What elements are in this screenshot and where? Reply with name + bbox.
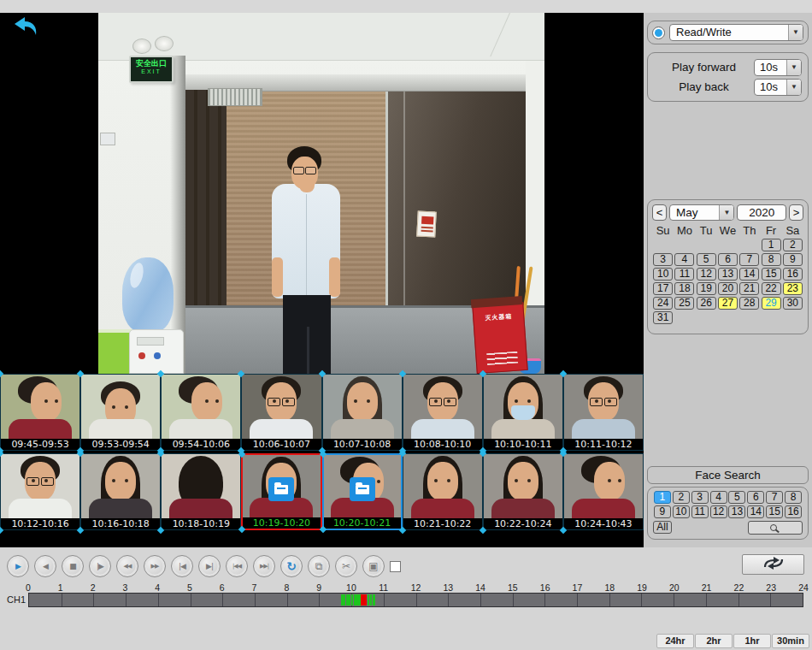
face-thumbnail[interactable]: 09:45-09:53 [0,374,80,451]
face-thumbnail[interactable]: 10:18-10:19 [161,453,241,530]
timeline-zoom-button[interactable]: 1hr [733,634,771,648]
calendar-day[interactable]: 26 [697,297,716,310]
transport-checkbox[interactable] [390,561,401,572]
cut-button[interactable]: ✂ [335,555,357,577]
face-thumbnail[interactable]: 09:54-10:06 [161,374,241,451]
face-search-page-button[interactable]: 9 [654,505,671,518]
face-search-page-button[interactable]: 5 [728,491,745,504]
face-thumbnail[interactable]: 10:22-10:24 [483,453,563,530]
face-thumbnail[interactable]: 10:12-10:16 [0,453,80,530]
face-thumbnail[interactable]: 10:11-10:12 [563,374,644,451]
timeline-bar[interactable] [28,593,803,607]
calendar-day[interactable]: 14 [739,268,759,281]
calendar-day[interactable]: 24 [653,297,673,310]
face-search-page-button[interactable]: 13 [728,505,745,518]
copy-button[interactable]: ⧉ [308,555,330,577]
calendar-day[interactable]: 9 [783,253,803,266]
reverse-play-button[interactable]: ◀ [34,555,56,577]
play-interval-dropdown[interactable]: 10s ▼ [754,79,802,96]
back-button[interactable] [12,15,39,39]
save-button[interactable]: ▣ [362,555,385,577]
face-search-button[interactable] [748,521,803,535]
face-search-page-button[interactable]: 16 [785,505,802,518]
calendar-month-dropdown[interactable]: May ▼ [669,204,735,221]
face-search-all-button[interactable]: All [653,521,672,534]
calendar-day[interactable]: 29 [762,297,781,310]
timeline-zoom-button[interactable]: 30min [772,634,809,648]
face-thumbnail[interactable]: 10:16-10:18 [80,453,161,530]
play-button[interactable]: ▶ [7,555,29,577]
calendar-day[interactable]: 19 [697,282,716,295]
chevron-down-icon[interactable]: ▼ [786,60,801,75]
face-search-page-button[interactable]: 2 [673,491,690,504]
face-thumbnail[interactable]: 09:53-09:54 [80,374,161,451]
calendar-day[interactable]: 5 [697,253,716,266]
face-thumbnail[interactable]: 10:10-10:11 [483,374,563,451]
prev-frame-button[interactable]: |◀ [171,555,193,577]
face-search-page-button[interactable]: 10 [673,505,690,518]
loop-button[interactable]: ↻ [280,555,303,577]
calendar-day[interactable]: 11 [674,268,694,281]
calendar-year-field[interactable]: 2020 [737,204,786,221]
calendar-day[interactable]: 23 [783,282,803,295]
rewind-button[interactable]: ◀◀ [116,555,138,577]
face-search-page-button[interactable]: 14 [747,505,764,518]
video-viewport[interactable]: 安全出口 EXIT 灭火器箱 [98,13,544,374]
stop-button[interactable]: ■ [62,555,84,577]
face-thumbnail[interactable]: 10:24-10:43 [563,453,644,530]
calendar-day[interactable]: 27 [718,297,738,310]
mode-dropdown[interactable]: Read/Write ▼ [669,24,803,41]
face-thumbnail[interactable]: 10:08-10:10 [403,374,483,451]
face-thumbnail[interactable]: 10:21-10:22 [403,453,483,530]
calendar-day[interactable]: 1 [762,239,781,251]
face-search-page-button[interactable]: 15 [766,505,783,518]
play-interval-dropdown[interactable]: 10s ▼ [754,59,802,76]
face-search-page-button[interactable]: 1 [654,491,671,504]
channel-swap-button[interactable] [742,554,804,575]
chevron-down-icon[interactable]: ▼ [786,80,801,95]
chevron-down-icon[interactable]: ▼ [719,205,733,220]
fast-forward-button[interactable]: ▶▶ [144,555,166,577]
next-frame-button[interactable]: ▶| [198,555,221,577]
calendar-day[interactable]: 31 [653,311,673,324]
calendar-day[interactable]: 3 [653,253,673,266]
calendar-day[interactable]: 18 [674,282,694,295]
step-play-button[interactable]: |▶ [89,555,111,577]
face-thumbnail[interactable]: 10:20-10:21 [322,453,403,530]
calendar-day[interactable]: 25 [674,297,694,310]
face-search-page-button[interactable]: 8 [785,491,802,504]
calendar-day[interactable]: 20 [718,282,738,295]
calendar-day[interactable]: 21 [739,282,759,295]
chevron-down-icon[interactable]: ▼ [788,25,803,40]
calendar-day[interactable]: 30 [783,297,803,310]
face-thumbnail[interactable]: 10:06-10:07 [241,374,321,451]
calendar-day[interactable]: 7 [739,253,759,266]
face-thumbnail[interactable]: 10:19-10:20 [241,453,321,530]
calendar-day[interactable]: 28 [739,297,759,310]
face-search-page-button[interactable]: 12 [710,505,727,518]
next-file-button[interactable]: ▶▶| [253,555,275,577]
face-search-page-button[interactable]: 7 [766,491,783,504]
face-search-page-button[interactable]: 3 [691,491,709,504]
calendar-day[interactable]: 22 [762,282,781,295]
calendar-prev-button[interactable]: < [652,204,667,221]
calendar-day[interactable]: 10 [653,268,673,281]
prev-file-button[interactable]: |◀◀ [226,555,248,577]
calendar-day[interactable]: 6 [718,253,738,266]
calendar-day[interactable]: 16 [783,268,803,281]
calendar-day[interactable]: 17 [653,282,673,295]
calendar-day[interactable]: 8 [762,253,781,266]
face-search-page-button[interactable]: 4 [710,491,727,504]
calendar-day[interactable]: 4 [674,253,694,266]
face-search-page-button[interactable]: 11 [691,505,709,518]
mode-radio-selected[interactable] [652,27,665,39]
timeline-zoom-button[interactable]: 24hr [656,634,694,648]
calendar-day[interactable]: 15 [762,268,781,281]
timeline-zoom-button[interactable]: 2hr [695,634,733,648]
calendar-day[interactable]: 13 [718,268,738,281]
calendar-day[interactable]: 2 [783,239,803,251]
calendar-day[interactable]: 12 [697,268,716,281]
face-thumbnail[interactable]: 10:07-10:08 [322,374,403,451]
face-search-page-button[interactable]: 6 [747,491,764,504]
calendar-next-button[interactable]: > [789,204,803,221]
